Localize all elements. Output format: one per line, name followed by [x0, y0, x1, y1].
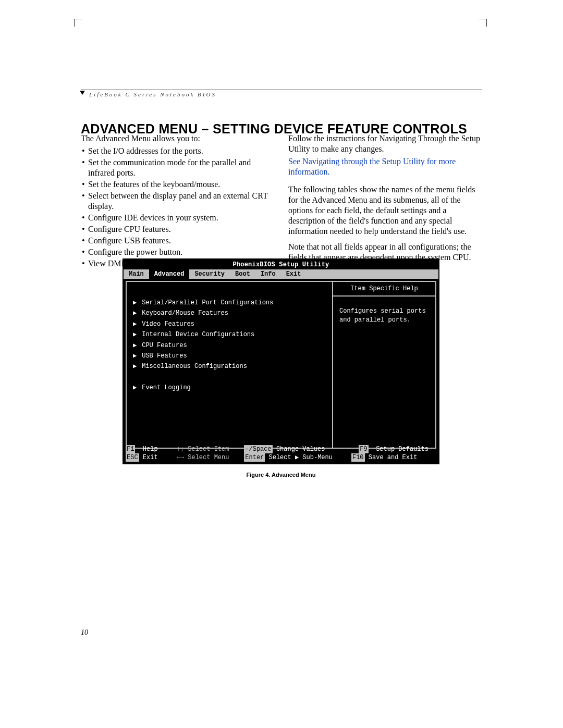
bios-tab-bar: Main Advanced Security Boot Info Exit: [124, 269, 438, 279]
bios-menu-label: CPU Features: [142, 342, 187, 349]
bios-figure: PhoenixBIOS Setup Utility Main Advanced …: [123, 258, 439, 478]
key-action: Select Menu: [188, 453, 229, 462]
tab-main[interactable]: Main: [124, 269, 149, 279]
bios-title: PhoenixBIOS Setup Utility: [124, 260, 438, 269]
list-item: Set the communication mode for the paral…: [88, 157, 275, 179]
key-hint: F9: [359, 445, 368, 453]
figure-caption: Figure 4. Advanced Menu: [123, 472, 439, 478]
header-rule: [81, 90, 482, 90]
bios-menu-label: Keyboard/Mouse Features: [142, 310, 228, 317]
running-head: LifeBook C Series Notebook BIOS: [89, 91, 482, 97]
document-page: LifeBook C Series Notebook BIOS ADVANCED…: [0, 0, 563, 728]
bios-menu-item[interactable]: ▶ Event Logging: [133, 382, 327, 393]
bios-menu-label: Miscellaneous Configurations: [142, 363, 247, 370]
list-item: Configure USB features.: [88, 236, 275, 247]
bios-help-text: Configures serial ports and parallel por…: [333, 297, 435, 329]
key-hint: Enter: [244, 453, 265, 462]
key-action: Save and Exit: [369, 453, 418, 462]
bios-menu-item[interactable]: ▶ Video Features: [133, 319, 327, 329]
paragraph: Follow the instructions for Navigating T…: [288, 133, 482, 154]
key-action: Change Values: [276, 445, 325, 453]
list-item: Select between the display panel and an …: [88, 191, 275, 213]
feature-list: Set the I/O addresses for the ports. Set…: [81, 146, 275, 270]
submenu-arrow-icon: ▶: [133, 308, 138, 318]
submenu-arrow-icon: ▶: [133, 361, 138, 372]
tab-exit[interactable]: Exit: [281, 269, 307, 279]
bios-footer: F1 Help ↑↓ Select Item -/Space Change Va…: [126, 445, 436, 462]
list-item: Set the I/O addresses for the ports.: [88, 146, 275, 157]
bios-menu-item[interactable]: ▶ Miscellaneous Configurations: [133, 361, 327, 372]
key-hint: F10: [351, 453, 365, 462]
bios-footer-row: F1 Help ↑↓ Select Item -/Space Change Va…: [126, 445, 436, 453]
key-action: Help: [143, 445, 158, 453]
page-number: 10: [81, 628, 88, 637]
tab-security[interactable]: Security: [189, 269, 230, 279]
page-header: LifeBook C Series Notebook BIOS: [81, 90, 482, 97]
bios-help-panel: Item Specific Help Configures serial por…: [332, 281, 436, 449]
submenu-arrow-icon: ▶: [133, 382, 138, 393]
key-action: Select Item: [188, 445, 229, 453]
key-hint: ESC: [126, 453, 139, 462]
paragraph: The following tables show the names of t…: [288, 184, 482, 237]
bios-help-title: Item Specific Help: [333, 282, 435, 295]
submenu-arrow-icon: ▶: [133, 319, 138, 329]
key-action: Exit: [143, 453, 158, 462]
bios-screen: PhoenixBIOS Setup Utility Main Advanced …: [123, 258, 439, 464]
cross-reference-link[interactable]: See Navigating through the Setup Utility…: [288, 156, 482, 177]
list-item: Configure the power button.: [88, 247, 275, 258]
tab-info[interactable]: Info: [255, 269, 281, 279]
tab-boot[interactable]: Boot: [230, 269, 255, 279]
submenu-arrow-icon: ▶: [133, 351, 138, 361]
bios-menu-item[interactable]: ▶ Serial/Parallel Port Configurations: [133, 298, 327, 308]
list-item: Configure IDE devices in your system.: [88, 213, 275, 224]
bios-menu-item[interactable]: ▶ CPU Features: [133, 340, 327, 351]
bios-menu-item[interactable]: ▶ Keyboard/Mouse Features: [133, 308, 327, 318]
bios-menu-label: Internal Device Configurations: [142, 331, 254, 338]
bios-menu-item[interactable]: ▶ Internal Device Configurations: [133, 329, 327, 340]
key-action: Select ▶ Sub-Menu: [269, 453, 333, 462]
key-hint: -/Space: [244, 445, 272, 453]
right-column: Follow the instructions for Navigating T…: [288, 133, 482, 270]
bios-body: ▶ Serial/Parallel Port Configurations ▶ …: [124, 279, 438, 451]
arrow-keys-icon: ←→: [177, 453, 184, 462]
submenu-arrow-icon: ▶: [133, 340, 138, 351]
key-hint: F1: [126, 445, 135, 453]
left-column: The Advanced Menu allows you to: Set the…: [81, 133, 275, 270]
bios-menu-label: Event Logging: [142, 384, 191, 391]
arrow-keys-icon: ↑↓: [177, 445, 184, 453]
bios-footer-row: ESC Exit ←→ Select Menu Enter Select ▶ S…: [126, 453, 436, 462]
bios-menu-panel: ▶ Serial/Parallel Port Configurations ▶ …: [126, 281, 332, 449]
list-item: Set the features of the keyboard/mouse.: [88, 179, 275, 191]
key-action: Setup Defaults: [376, 445, 429, 453]
bios-menu-label: Serial/Parallel Port Configurations: [142, 299, 273, 306]
list-item: Configure CPU features.: [88, 224, 275, 236]
bios-menu-item[interactable]: ▶ USB Features: [133, 351, 327, 361]
submenu-arrow-icon: ▶: [133, 329, 138, 340]
crop-marks: [77, 19, 484, 28]
body-columns: The Advanced Menu allows you to: Set the…: [81, 133, 482, 270]
bios-menu-spacer: [133, 372, 327, 382]
bios-menu-label: USB Features: [142, 352, 187, 360]
header-triangle-icon: [80, 91, 85, 95]
tab-advanced[interactable]: Advanced: [149, 269, 190, 279]
intro-text: The Advanced Menu allows you to:: [81, 133, 275, 144]
bios-menu-label: Video Features: [142, 320, 194, 328]
submenu-arrow-icon: ▶: [133, 298, 138, 308]
